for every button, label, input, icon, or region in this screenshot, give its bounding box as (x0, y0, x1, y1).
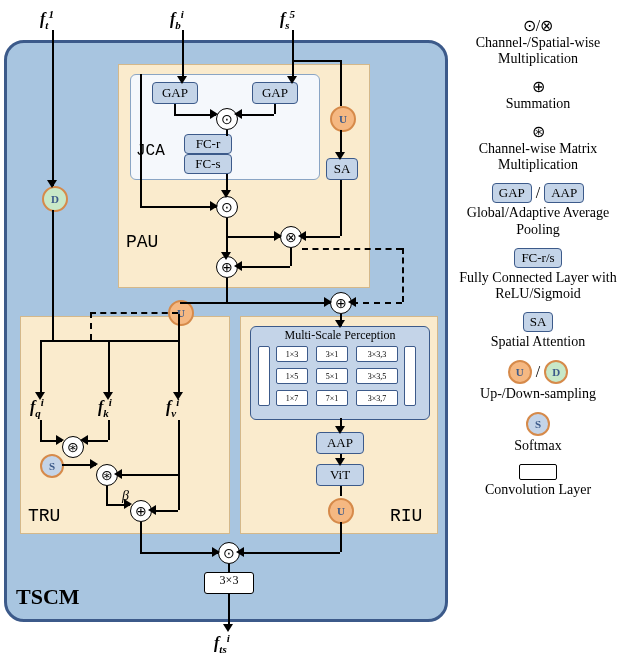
arrow-head (114, 469, 122, 479)
arrow (226, 236, 280, 238)
pau-label: PAU (126, 232, 158, 252)
legend-desc: Global/Adaptive Average Pooling (452, 205, 624, 237)
arrow-head (210, 201, 218, 211)
msp-cell: 3×3,3 (356, 346, 398, 362)
arrow (140, 74, 142, 206)
arrow (226, 218, 228, 236)
arrow (228, 594, 230, 626)
arrow (108, 340, 110, 394)
arrow-head (103, 392, 113, 400)
arrow (178, 474, 180, 510)
arrow (140, 206, 216, 208)
arrow-head (335, 426, 345, 434)
legend-desc: Fully Connected Layer with ReLU/Sigmoid (452, 270, 624, 302)
vit-module: ViT (316, 464, 364, 486)
arrow-head (56, 435, 64, 445)
arrow-head (236, 547, 244, 557)
arrow-head (177, 76, 187, 84)
arrow-head (210, 109, 218, 119)
msp-cell: 3×1 (316, 346, 348, 362)
arrow-head (124, 499, 132, 509)
legend-gap: GAP (492, 183, 532, 203)
arrow-head (287, 76, 297, 84)
arrow (40, 420, 42, 440)
u-badge-riu: U (328, 498, 354, 524)
dashed-arrow (352, 302, 402, 304)
arrow (52, 210, 54, 340)
input-f-t: ft1 (40, 8, 54, 31)
arrow (340, 522, 342, 552)
legend-conv-box (519, 464, 557, 480)
arrow (140, 552, 218, 554)
conv-3x3: 3×3 (204, 572, 254, 594)
arrow-head (221, 190, 231, 198)
arrow-head (35, 392, 45, 400)
arrow (40, 340, 42, 394)
arrow-head (47, 180, 57, 188)
arrow (340, 486, 342, 496)
gap-module-left: GAP (152, 82, 198, 104)
arrow-head (173, 392, 183, 400)
msp-cell: 3×3,7 (356, 390, 398, 406)
msp-cell: 7×1 (316, 390, 348, 406)
arrow (302, 236, 340, 238)
arrow (228, 564, 230, 572)
arrow (290, 248, 292, 266)
dashed-arrow (90, 312, 178, 314)
legend-symbol: ⊛ (452, 122, 624, 141)
msp-bar-l (258, 346, 270, 406)
legend-desc: Softmax (452, 438, 624, 454)
arrow-head (298, 231, 306, 241)
legend-symbol: ⊙/⊗ (452, 16, 624, 35)
fcs-module: FC-s (184, 154, 232, 174)
arrow (274, 104, 276, 114)
arrow (292, 30, 294, 80)
arrow-head (274, 231, 282, 241)
arrow (118, 474, 178, 476)
legend-desc: Up-/Down-sampling (452, 386, 624, 402)
legend-desc: Summation (452, 96, 624, 112)
output-f-ts: ftsi (214, 632, 230, 655)
s-badge: S (40, 454, 64, 478)
tru-label: TRU (28, 506, 60, 526)
arrow-head (90, 459, 98, 469)
arrow (182, 30, 184, 80)
arrow (106, 486, 108, 504)
legend-item: ⊕ Summation (452, 77, 624, 112)
legend-item: ⊛ Channel-wise Matrix Multiplication (452, 122, 624, 173)
legend-desc: Channel-/Spatial-wise Multiplication (452, 35, 624, 67)
legend: ⊙/⊗ Channel-/Spatial-wise Multiplication… (452, 16, 624, 508)
arrow-head (234, 261, 242, 271)
arrow (180, 302, 226, 304)
arrow (178, 314, 180, 330)
arrow (238, 114, 274, 116)
u-badge-fs: U (330, 106, 356, 132)
diagram-root: ft1 fbi fs5 PAU JCA GAP GAP ⊙ FC-r FC-s … (0, 0, 628, 662)
arrow-head (335, 320, 345, 328)
riu-label: RIU (390, 506, 422, 526)
legend-aap: AAP (544, 183, 584, 203)
legend-item: S Softmax (452, 412, 624, 454)
arrow (140, 522, 142, 552)
arrow (226, 130, 228, 136)
arrow (340, 180, 342, 236)
arrow (226, 302, 330, 304)
msp-cell: 3×3,5 (356, 368, 398, 384)
legend-item: GAP / AAP Global/Adaptive Average Poolin… (452, 183, 624, 237)
arrow-head (348, 297, 356, 307)
input-f-b: fbi (170, 8, 184, 31)
arrow-head (223, 624, 233, 632)
msp-cell: 5×1 (316, 368, 348, 384)
arrow (240, 552, 340, 554)
legend-d: D (544, 360, 568, 384)
dashed-arrow (90, 312, 92, 340)
legend-item: Convolution Layer (452, 464, 624, 498)
input-f-s: fs5 (280, 8, 295, 31)
arrow (52, 30, 54, 186)
arrow (238, 266, 290, 268)
arrow-head (80, 435, 88, 445)
arrow (40, 340, 180, 342)
arrow (174, 104, 176, 114)
arrow (178, 420, 180, 474)
legend-fc: FC-r/s (514, 248, 561, 268)
